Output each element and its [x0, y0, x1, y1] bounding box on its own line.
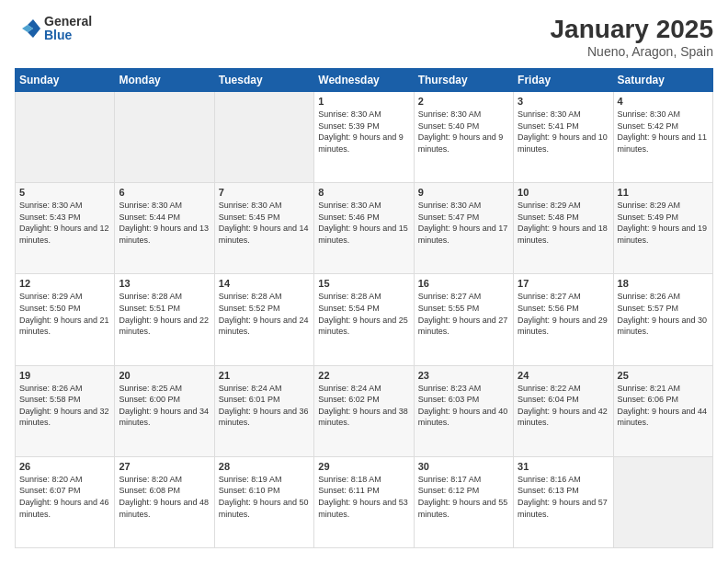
- header-saturday: Saturday: [613, 69, 712, 92]
- cell-week3-day3: 15Sunrise: 8:28 AM Sunset: 5:54 PM Dayli…: [314, 274, 414, 365]
- cell-week4-day1: 20Sunrise: 8:25 AM Sunset: 6:00 PM Dayli…: [115, 365, 214, 456]
- day-info: Sunrise: 8:28 AM Sunset: 5:52 PM Dayligh…: [219, 291, 310, 337]
- cell-week2-day2: 7Sunrise: 8:30 AM Sunset: 5:45 PM Daylig…: [214, 183, 313, 274]
- week-row-1: 1Sunrise: 8:30 AM Sunset: 5:39 PM Daylig…: [16, 92, 713, 183]
- cell-week2-day1: 6Sunrise: 8:30 AM Sunset: 5:44 PM Daylig…: [115, 183, 214, 274]
- day-number: 11: [618, 187, 709, 198]
- day-info: Sunrise: 8:28 AM Sunset: 5:54 PM Dayligh…: [318, 291, 409, 337]
- cell-week5-day2: 28Sunrise: 8:19 AM Sunset: 6:10 PM Dayli…: [214, 456, 313, 547]
- day-number: 10: [518, 187, 609, 198]
- cell-week3-day5: 17Sunrise: 8:27 AM Sunset: 5:56 PM Dayli…: [514, 274, 613, 365]
- day-info: Sunrise: 8:29 AM Sunset: 5:49 PM Dayligh…: [618, 200, 709, 246]
- day-info: Sunrise: 8:28 AM Sunset: 5:51 PM Dayligh…: [119, 291, 210, 337]
- day-number: 9: [418, 187, 509, 198]
- day-info: Sunrise: 8:19 AM Sunset: 6:10 PM Dayligh…: [219, 474, 310, 520]
- title-block: January 2025 Nueno, Aragon, Spain: [551, 15, 713, 59]
- header-friday: Friday: [514, 69, 613, 92]
- cell-week2-day3: 8Sunrise: 8:30 AM Sunset: 5:46 PM Daylig…: [314, 183, 414, 274]
- cell-week5-day3: 29Sunrise: 8:18 AM Sunset: 6:11 PM Dayli…: [314, 456, 414, 547]
- cell-week1-day2: [214, 92, 313, 183]
- cell-week2-day5: 10Sunrise: 8:29 AM Sunset: 5:48 PM Dayli…: [514, 183, 613, 274]
- logo-text: General Blue: [44, 15, 92, 43]
- weekday-header-row: Sunday Monday Tuesday Wednesday Thursday…: [16, 69, 713, 92]
- day-info: Sunrise: 8:29 AM Sunset: 5:48 PM Dayligh…: [518, 200, 609, 246]
- cell-week2-day4: 9Sunrise: 8:30 AM Sunset: 5:47 PM Daylig…: [414, 183, 513, 274]
- day-info: Sunrise: 8:30 AM Sunset: 5:45 PM Dayligh…: [219, 200, 310, 246]
- page: General Blue January 2025 Nueno, Aragon,…: [0, 0, 728, 563]
- week-row-4: 19Sunrise: 8:26 AM Sunset: 5:58 PM Dayli…: [16, 365, 713, 456]
- cell-week4-day6: 25Sunrise: 8:21 AM Sunset: 6:06 PM Dayli…: [613, 365, 712, 456]
- cell-week4-day5: 24Sunrise: 8:22 AM Sunset: 6:04 PM Dayli…: [514, 365, 613, 456]
- day-info: Sunrise: 8:27 AM Sunset: 5:56 PM Dayligh…: [518, 291, 609, 337]
- day-info: Sunrise: 8:30 AM Sunset: 5:42 PM Dayligh…: [618, 109, 709, 155]
- cell-week4-day0: 19Sunrise: 8:26 AM Sunset: 5:58 PM Dayli…: [16, 365, 115, 456]
- week-row-5: 26Sunrise: 8:20 AM Sunset: 6:07 PM Dayli…: [16, 456, 713, 547]
- day-info: Sunrise: 8:27 AM Sunset: 5:55 PM Dayligh…: [418, 291, 509, 337]
- day-number: 1: [318, 96, 409, 107]
- calendar-subtitle: Nueno, Aragon, Spain: [551, 44, 713, 59]
- day-number: 30: [418, 461, 509, 472]
- cell-week2-day0: 5Sunrise: 8:30 AM Sunset: 5:43 PM Daylig…: [16, 183, 115, 274]
- cell-week1-day1: [115, 92, 214, 183]
- day-number: 3: [518, 96, 609, 107]
- day-number: 8: [318, 187, 409, 198]
- day-info: Sunrise: 8:26 AM Sunset: 5:57 PM Dayligh…: [618, 291, 709, 337]
- day-number: 23: [418, 370, 509, 381]
- day-number: 15: [318, 278, 409, 289]
- week-row-3: 12Sunrise: 8:29 AM Sunset: 5:50 PM Dayli…: [16, 274, 713, 365]
- logo-icon: [15, 16, 40, 41]
- day-number: 5: [19, 187, 110, 198]
- cell-week2-day6: 11Sunrise: 8:29 AM Sunset: 5:49 PM Dayli…: [613, 183, 712, 274]
- week-row-2: 5Sunrise: 8:30 AM Sunset: 5:43 PM Daylig…: [16, 183, 713, 274]
- header-wednesday: Wednesday: [314, 69, 414, 92]
- day-info: Sunrise: 8:26 AM Sunset: 5:58 PM Dayligh…: [19, 383, 110, 429]
- calendar-table: Sunday Monday Tuesday Wednesday Thursday…: [15, 68, 713, 548]
- day-info: Sunrise: 8:16 AM Sunset: 6:13 PM Dayligh…: [518, 474, 609, 520]
- calendar-title: January 2025: [551, 15, 713, 44]
- day-number: 13: [119, 278, 210, 289]
- header-tuesday: Tuesday: [214, 69, 313, 92]
- cell-week1-day6: 4Sunrise: 8:30 AM Sunset: 5:42 PM Daylig…: [613, 92, 712, 183]
- cell-week1-day4: 2Sunrise: 8:30 AM Sunset: 5:40 PM Daylig…: [414, 92, 513, 183]
- day-info: Sunrise: 8:24 AM Sunset: 6:01 PM Dayligh…: [219, 383, 310, 429]
- day-number: 21: [219, 370, 310, 381]
- cell-week3-day6: 18Sunrise: 8:26 AM Sunset: 5:57 PM Dayli…: [613, 274, 712, 365]
- day-number: 18: [618, 278, 709, 289]
- cell-week1-day5: 3Sunrise: 8:30 AM Sunset: 5:41 PM Daylig…: [514, 92, 613, 183]
- cell-week3-day1: 13Sunrise: 8:28 AM Sunset: 5:51 PM Dayli…: [115, 274, 214, 365]
- day-info: Sunrise: 8:18 AM Sunset: 6:11 PM Dayligh…: [318, 474, 409, 520]
- cell-week1-day3: 1Sunrise: 8:30 AM Sunset: 5:39 PM Daylig…: [314, 92, 414, 183]
- cell-week5-day5: 31Sunrise: 8:16 AM Sunset: 6:13 PM Dayli…: [514, 456, 613, 547]
- cell-week5-day6: [613, 456, 712, 547]
- logo: General Blue: [15, 15, 92, 43]
- header-thursday: Thursday: [414, 69, 513, 92]
- day-number: 29: [318, 461, 409, 472]
- calendar-header: Sunday Monday Tuesday Wednesday Thursday…: [16, 69, 713, 92]
- day-info: Sunrise: 8:30 AM Sunset: 5:41 PM Dayligh…: [518, 109, 609, 155]
- day-number: 20: [119, 370, 210, 381]
- cell-week4-day2: 21Sunrise: 8:24 AM Sunset: 6:01 PM Dayli…: [214, 365, 313, 456]
- day-number: 14: [219, 278, 310, 289]
- day-number: 22: [318, 370, 409, 381]
- cell-week3-day4: 16Sunrise: 8:27 AM Sunset: 5:55 PM Dayli…: [414, 274, 513, 365]
- day-info: Sunrise: 8:24 AM Sunset: 6:02 PM Dayligh…: [318, 383, 409, 429]
- day-number: 19: [19, 370, 110, 381]
- day-info: Sunrise: 8:17 AM Sunset: 6:12 PM Dayligh…: [418, 474, 509, 520]
- day-info: Sunrise: 8:30 AM Sunset: 5:46 PM Dayligh…: [318, 200, 409, 246]
- day-info: Sunrise: 8:21 AM Sunset: 6:06 PM Dayligh…: [618, 383, 709, 429]
- header-sunday: Sunday: [16, 69, 115, 92]
- cell-week3-day2: 14Sunrise: 8:28 AM Sunset: 5:52 PM Dayli…: [214, 274, 313, 365]
- cell-week3-day0: 12Sunrise: 8:29 AM Sunset: 5:50 PM Dayli…: [16, 274, 115, 365]
- day-number: 16: [418, 278, 509, 289]
- day-info: Sunrise: 8:30 AM Sunset: 5:39 PM Dayligh…: [318, 109, 409, 155]
- day-info: Sunrise: 8:20 AM Sunset: 6:08 PM Dayligh…: [119, 474, 210, 520]
- day-number: 4: [618, 96, 709, 107]
- cell-week4-day4: 23Sunrise: 8:23 AM Sunset: 6:03 PM Dayli…: [414, 365, 513, 456]
- day-number: 24: [518, 370, 609, 381]
- cell-week4-day3: 22Sunrise: 8:24 AM Sunset: 6:02 PM Dayli…: [314, 365, 414, 456]
- day-info: Sunrise: 8:30 AM Sunset: 5:40 PM Dayligh…: [418, 109, 509, 155]
- day-number: 31: [518, 461, 609, 472]
- day-info: Sunrise: 8:25 AM Sunset: 6:00 PM Dayligh…: [119, 383, 210, 429]
- logo-blue-label: Blue: [44, 29, 92, 42]
- cell-week1-day0: [16, 92, 115, 183]
